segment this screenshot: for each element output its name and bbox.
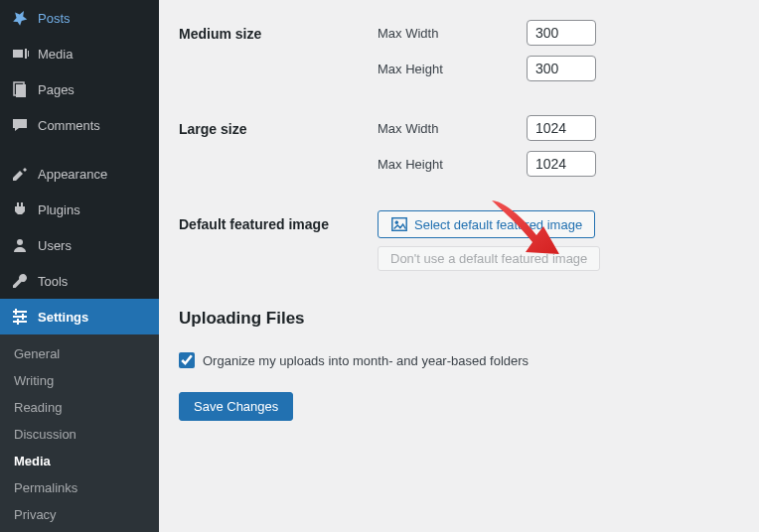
plugins-icon	[10, 200, 30, 219]
settings-submenu: General Writing Reading Discussion Media…	[0, 334, 159, 532]
dont-use-default-featured-button[interactable]: Don't use a default featured image	[378, 246, 600, 271]
image-icon	[390, 215, 408, 233]
large-size-label: Large size	[179, 103, 378, 199]
svg-rect-0	[13, 50, 23, 58]
max-width-label: Max Width	[378, 121, 527, 136]
uploading-files-heading: Uploading Files	[179, 291, 739, 334]
max-width-label: Max Width	[378, 26, 527, 41]
sidebar-item-users[interactable]: Users	[0, 227, 159, 263]
large-height-input[interactable]	[527, 151, 596, 177]
svg-rect-9	[17, 319, 19, 325]
appearance-icon	[10, 164, 30, 184]
menu-label: Settings	[38, 310, 88, 325]
svg-rect-7	[15, 309, 17, 315]
button-label: Don't use a default featured image	[390, 251, 587, 266]
sidebar-item-posts[interactable]: Posts	[0, 0, 159, 36]
save-changes-button[interactable]: Save Changes	[179, 392, 293, 421]
organize-uploads-checkbox[interactable]	[179, 352, 195, 368]
medium-height-input[interactable]	[527, 56, 596, 81]
admin-sidebar: Posts Media Pages Comments Appearance Pl…	[0, 0, 159, 532]
sub-item-reading[interactable]: Reading	[0, 394, 159, 421]
media-icon	[10, 44, 30, 64]
pin-icon	[10, 8, 30, 28]
button-label: Select default featured image	[414, 217, 582, 232]
menu-label: Plugins	[38, 202, 80, 217]
svg-point-3	[17, 239, 23, 245]
settings-icon	[10, 307, 30, 327]
svg-rect-5	[13, 316, 27, 318]
settings-content: Medium size Max Width Max Height Large s…	[159, 0, 759, 532]
menu-label: Media	[38, 47, 73, 62]
svg-rect-8	[22, 314, 24, 320]
sub-item-media[interactable]: Media	[0, 448, 159, 474]
menu-label: Posts	[38, 11, 71, 26]
sidebar-item-media[interactable]: Media	[0, 36, 159, 71]
svg-point-11	[395, 221, 398, 224]
comments-icon	[10, 115, 30, 135]
max-height-label: Max Height	[378, 62, 527, 76]
max-height-label: Max Height	[378, 157, 527, 172]
sub-item-general[interactable]: General	[0, 340, 159, 367]
medium-width-input[interactable]	[527, 20, 596, 46]
default-featured-label: Default featured image	[179, 199, 378, 291]
menu-label: Users	[38, 238, 72, 253]
svg-rect-6	[13, 321, 27, 323]
menu-label: Pages	[38, 82, 75, 97]
sidebar-item-tools[interactable]: Tools	[0, 263, 159, 299]
menu-separator	[0, 149, 159, 150]
sidebar-item-plugins[interactable]: Plugins	[0, 192, 159, 227]
sidebar-item-settings[interactable]: Settings	[0, 299, 159, 334]
medium-size-label: Medium size	[179, 8, 378, 103]
large-width-input[interactable]	[527, 115, 596, 141]
sub-item-permalinks[interactable]: Permalinks	[0, 474, 159, 501]
tools-icon	[10, 271, 30, 291]
menu-label: Appearance	[38, 167, 107, 182]
menu-label: Comments	[38, 118, 100, 133]
sidebar-item-appearance[interactable]: Appearance	[0, 156, 159, 192]
svg-rect-2	[16, 84, 26, 97]
menu-label: Tools	[38, 274, 68, 289]
users-icon	[10, 235, 30, 255]
pages-icon	[10, 79, 30, 99]
sidebar-item-comments[interactable]: Comments	[0, 107, 159, 143]
select-default-featured-button[interactable]: Select default featured image	[378, 210, 595, 238]
organize-uploads-label: Organize my uploads into month- and year…	[203, 353, 529, 368]
sidebar-item-pages[interactable]: Pages	[0, 71, 159, 107]
sub-item-discussion[interactable]: Discussion	[0, 421, 159, 448]
sub-item-privacy[interactable]: Privacy	[0, 501, 159, 528]
sub-item-writing[interactable]: Writing	[0, 367, 159, 394]
